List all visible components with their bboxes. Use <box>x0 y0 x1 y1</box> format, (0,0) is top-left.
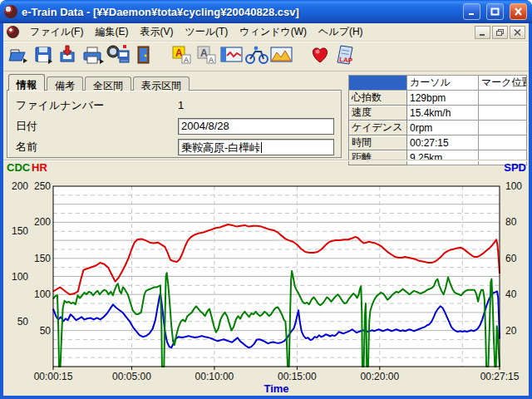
mdi-restore-button[interactable] <box>492 26 508 39</box>
svg-text:100: 100 <box>505 180 522 192</box>
device-transfer-button[interactable] <box>106 44 131 69</box>
svg-text:00:10:00: 00:10:00 <box>195 371 234 382</box>
maximize-button[interactable] <box>486 3 504 20</box>
field-row-file-number: ファイルナンバー 1 <box>16 95 334 116</box>
svg-text:150: 150 <box>12 225 28 237</box>
svg-text:CDC: CDC <box>7 161 31 174</box>
close-button[interactable] <box>510 3 527 20</box>
grid-column-header[interactable]: カーソル <box>407 76 479 91</box>
svg-text:A: A <box>184 56 189 64</box>
svg-text:Time: Time <box>264 382 288 395</box>
menu-item-3[interactable]: ツール(T) <box>179 22 234 42</box>
toolbar: AAAALAP <box>3 42 529 71</box>
date-label: 日付 <box>16 119 178 134</box>
svg-text:200: 200 <box>12 180 28 192</box>
title-bar: e-Train Data - [¥¥Daemon¥tota¥cycling¥20… <box>0 0 532 23</box>
menu-item-5[interactable]: ヘルプ(H) <box>313 22 369 42</box>
import-icon <box>58 45 80 68</box>
grid-row-label[interactable]: 速度 <box>349 106 407 121</box>
lap-button[interactable]: LAP <box>332 44 357 69</box>
svg-text:40: 40 <box>505 288 517 300</box>
chart-svg[interactable]: 00:00:1500:05:0000:10:0000:15:0000:20:00… <box>3 160 529 395</box>
grid-row: 時間00:27:15 <box>349 135 527 150</box>
lap-icon: LAP <box>334 44 356 69</box>
svg-text:200: 200 <box>34 216 51 228</box>
grid-mark-value[interactable] <box>479 106 527 121</box>
tab-body: ファイルナンバー 1 日付 2004/8/28 名前 乗鞍高原-白樺峠 <box>7 90 342 158</box>
svg-text:100: 100 <box>12 271 28 283</box>
chart-panel: 00:00:1500:05:0000:10:0000:15:0000:20:00… <box>3 160 529 396</box>
svg-text:HR: HR <box>32 161 47 174</box>
field-row-date: 日付 2004/8/28 <box>16 116 334 136</box>
svg-text:60: 60 <box>505 253 517 264</box>
grid-cursor-value[interactable]: 00:27:15 <box>407 135 479 150</box>
grid-selected-corner-cell[interactable] <box>349 76 407 91</box>
client-area: ファイル(F)編集(E)表示(V)ツール(T)ウィンドウ(W)ヘルプ(H) AA… <box>3 23 529 396</box>
name-label: 名前 <box>16 140 178 155</box>
menu-item-1[interactable]: 編集(E) <box>89 22 134 42</box>
minimize-button[interactable] <box>463 3 480 20</box>
tab-2[interactable]: 全区間 <box>85 76 131 91</box>
menu-item-4[interactable]: ウィンドウ(W) <box>234 22 313 42</box>
menu-item-2[interactable]: 表示(V) <box>134 22 179 42</box>
open-file-button[interactable] <box>7 44 32 69</box>
print-button[interactable] <box>81 44 106 69</box>
open-file-icon <box>8 45 30 68</box>
tab-0[interactable]: 情報 <box>8 74 45 91</box>
import-button[interactable] <box>57 44 81 69</box>
svg-text:00:15:00: 00:15:00 <box>278 371 317 382</box>
device-transfer-icon <box>106 44 131 69</box>
svg-text:A: A <box>209 56 214 64</box>
menu-bar: ファイル(F)編集(E)表示(V)ツール(T)ウィンドウ(W)ヘルプ(H) <box>3 23 529 42</box>
svg-text:00:00:15: 00:00:15 <box>34 371 73 382</box>
window-title: e-Train Data - [¥¥Daemon¥tota¥cycling¥20… <box>22 6 457 18</box>
heart-rate-button[interactable] <box>308 44 332 69</box>
cycling-button[interactable] <box>244 44 269 69</box>
info-tab-panel: 情報備考全区間表示区間 ファイルナンバー 1 日付 2004/8/28 名前 乗… <box>7 74 342 158</box>
info-row: 情報備考全区間表示区間 ファイルナンバー 1 日付 2004/8/28 名前 乗… <box>3 71 529 160</box>
field-row-name: 名前 乗鞍高原-白樺峠 <box>16 136 334 157</box>
course-profile-icon <box>270 46 293 67</box>
course-profile-button[interactable] <box>269 44 294 69</box>
hr-graph-button[interactable] <box>219 44 244 69</box>
exit-icon <box>135 45 153 68</box>
save-icon <box>33 45 55 68</box>
font-size-icon: AA <box>196 45 218 68</box>
name-input[interactable]: 乗鞍高原-白樺峠 <box>178 139 334 155</box>
svg-text:50: 50 <box>40 325 52 337</box>
grid-row: 速度15.4km/h <box>349 106 527 121</box>
exit-button[interactable] <box>131 44 156 69</box>
grid-mark-value[interactable] <box>479 91 527 106</box>
grid-column-header[interactable]: マーク位置 <box>479 76 527 91</box>
font-size-button[interactable]: AA <box>195 44 219 69</box>
tab-3[interactable]: 表示区間 <box>133 76 190 91</box>
grid-row-label[interactable]: 時間 <box>349 135 407 150</box>
measurement-grid-body: カーソルマーク位置心拍数129bpm速度15.4km/hケイデンス0rpm時間0… <box>349 76 527 165</box>
font-style-icon: AA <box>171 45 193 68</box>
date-input[interactable]: 2004/8/28 <box>178 118 334 135</box>
grid-row-label[interactable]: ケイデンス <box>349 121 407 135</box>
svg-text:00:20:00: 00:20:00 <box>360 371 399 382</box>
text-caret <box>261 142 262 153</box>
grid-cursor-value[interactable]: 15.4km/h <box>407 106 479 121</box>
grid-cursor-value[interactable]: 0rpm <box>407 121 479 135</box>
print-icon <box>82 45 106 68</box>
svg-text:50: 50 <box>17 316 29 328</box>
tab-1[interactable]: 備考 <box>47 76 83 91</box>
svg-text:SPD: SPD <box>504 161 526 174</box>
svg-text:80: 80 <box>505 216 517 228</box>
mdi-close-button[interactable] <box>510 26 525 39</box>
svg-text:150: 150 <box>34 253 51 264</box>
font-style-button[interactable]: AA <box>170 44 195 69</box>
grid-row: 心拍数129bpm <box>349 91 527 106</box>
grid-cursor-value[interactable]: 129bpm <box>407 91 479 106</box>
grid-mark-value[interactable] <box>479 135 527 150</box>
app-window: e-Train Data - [¥¥Daemon¥tota¥cycling¥20… <box>0 0 532 399</box>
svg-text:LAP: LAP <box>339 56 354 65</box>
save-button[interactable] <box>32 44 57 69</box>
menu-item-0[interactable]: ファイル(F) <box>24 22 89 42</box>
mdi-minimize-button[interactable] <box>475 26 490 39</box>
grid-row-label[interactable]: 心拍数 <box>349 91 407 106</box>
grid-mark-value[interactable] <box>479 121 527 135</box>
cycling-icon <box>244 45 269 68</box>
